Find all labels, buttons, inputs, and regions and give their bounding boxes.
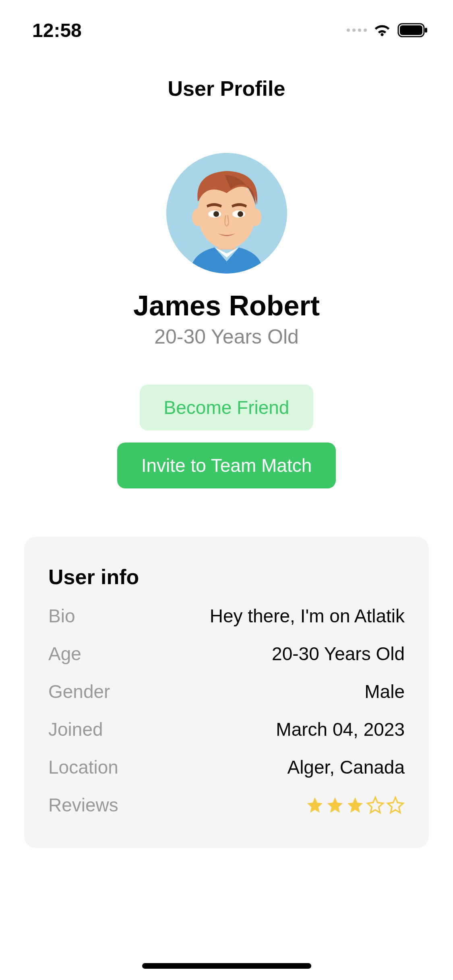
status-time: 12:58	[32, 19, 82, 41]
star-filled-icon	[346, 796, 364, 814]
info-value-bio: Hey there, I'm on Atlatik	[210, 605, 405, 627]
star-filled-icon	[306, 796, 324, 814]
status-icons	[347, 21, 429, 39]
info-label-age: Age	[48, 643, 81, 665]
page-title: User Profile	[0, 76, 453, 101]
info-value-joined: March 04, 2023	[276, 719, 405, 740]
become-friend-button[interactable]: Become Friend	[140, 385, 314, 430]
svg-point-5	[192, 208, 203, 226]
info-label-reviews: Reviews	[48, 794, 118, 816]
user-info-title: User info	[48, 565, 405, 589]
info-label-location: Location	[48, 756, 118, 778]
star-empty-icon	[386, 796, 405, 814]
info-label-bio: Bio	[48, 605, 75, 627]
svg-point-6	[250, 208, 261, 226]
wifi-icon	[373, 21, 391, 39]
invite-team-match-button[interactable]: Invite to Team Match	[117, 443, 336, 488]
user-info-card: User info Bio Hey there, I'm on Atlatik …	[24, 537, 429, 848]
avatar	[166, 153, 287, 274]
info-row-gender: Gender Male	[48, 681, 405, 702]
profile-section: James Robert 20-30 Years Old Become Frie…	[0, 153, 453, 488]
info-value-gender: Male	[364, 681, 405, 702]
rating-stars	[306, 796, 405, 814]
signal-dots-icon	[347, 29, 367, 32]
info-label-joined: Joined	[48, 719, 103, 740]
svg-point-9	[213, 211, 219, 217]
user-age-range: 20-30 Years Old	[154, 325, 299, 348]
svg-rect-1	[400, 25, 422, 35]
info-value-location: Alger, Canada	[287, 756, 405, 778]
battery-icon	[397, 22, 429, 38]
home-indicator[interactable]	[142, 963, 311, 969]
user-name: James Robert	[133, 290, 320, 322]
star-empty-icon	[366, 796, 385, 814]
info-row-age: Age 20-30 Years Old	[48, 643, 405, 665]
info-row-location: Location Alger, Canada	[48, 756, 405, 778]
svg-point-10	[238, 211, 243, 217]
info-value-age: 20-30 Years Old	[272, 643, 405, 665]
info-row-reviews: Reviews	[48, 794, 405, 816]
info-label-gender: Gender	[48, 681, 110, 702]
info-row-bio: Bio Hey there, I'm on Atlatik	[48, 605, 405, 627]
info-row-joined: Joined March 04, 2023	[48, 719, 405, 740]
status-bar: 12:58	[0, 0, 453, 52]
svg-rect-2	[425, 28, 427, 33]
star-filled-icon	[326, 796, 344, 814]
